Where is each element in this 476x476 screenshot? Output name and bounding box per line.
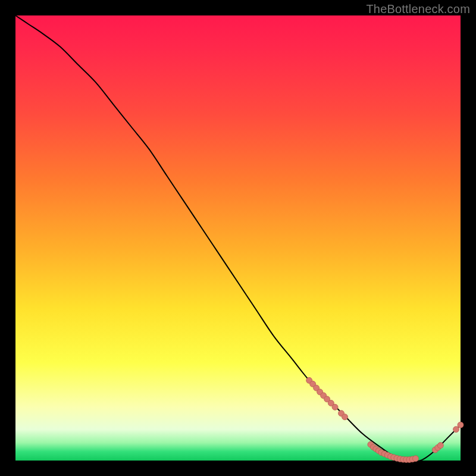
watermark-text: TheBottleneck.com xyxy=(366,2,470,16)
chart-stage: TheBottleneck.com xyxy=(0,0,476,476)
gradient-background xyxy=(15,15,461,461)
